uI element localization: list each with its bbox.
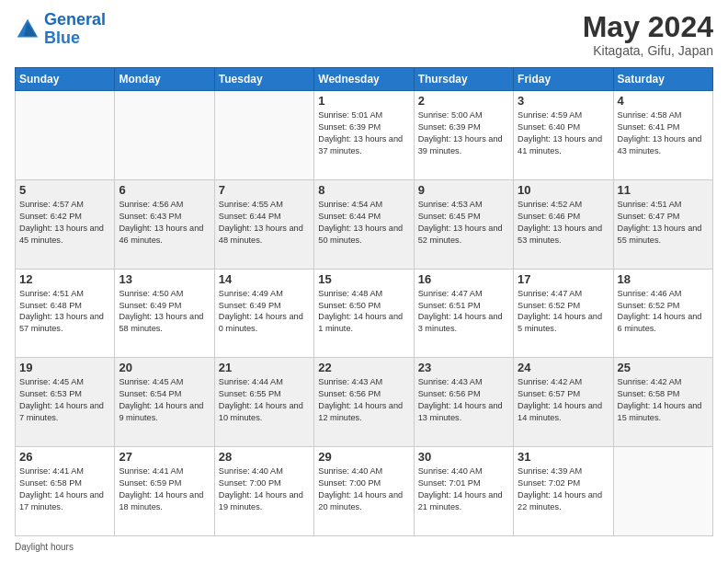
day-info: Sunrise: 4:41 AM Sunset: 6:58 PM Dayligh… [19, 465, 110, 513]
subtitle: Kitagata, Gifu, Japan [583, 43, 713, 58]
calendar-cell [16, 91, 115, 180]
calendar-cell: 6Sunrise: 4:56 AM Sunset: 6:43 PM Daylig… [115, 179, 214, 269]
day-number: 31 [518, 450, 609, 464]
calendar-header-sunday: Sunday [16, 68, 115, 91]
day-number: 4 [618, 94, 709, 108]
day-number: 28 [219, 450, 310, 464]
calendar-cell: 17Sunrise: 4:47 AM Sunset: 6:52 PM Dayli… [514, 269, 613, 358]
day-info: Sunrise: 4:56 AM Sunset: 6:43 PM Dayligh… [119, 199, 210, 247]
day-number: 19 [19, 361, 110, 374]
calendar-cell: 28Sunrise: 4:40 AM Sunset: 7:00 PM Dayli… [214, 447, 313, 536]
day-info: Sunrise: 4:40 AM Sunset: 7:00 PM Dayligh… [318, 465, 409, 513]
calendar-cell: 11Sunrise: 4:51 AM Sunset: 6:47 PM Dayli… [613, 179, 712, 269]
day-number: 11 [618, 183, 709, 197]
day-number: 25 [618, 361, 709, 374]
day-info: Sunrise: 4:43 AM Sunset: 6:56 PM Dayligh… [418, 376, 509, 424]
calendar-week-3: 12Sunrise: 4:51 AM Sunset: 6:48 PM Dayli… [16, 269, 713, 358]
day-number: 29 [318, 450, 409, 464]
calendar-cell: 8Sunrise: 4:54 AM Sunset: 6:44 PM Daylig… [314, 179, 414, 269]
day-info: Sunrise: 4:51 AM Sunset: 6:48 PM Dayligh… [19, 288, 110, 336]
day-info: Sunrise: 5:01 AM Sunset: 6:39 PM Dayligh… [318, 109, 409, 157]
day-number: 15 [318, 272, 409, 286]
day-info: Sunrise: 4:40 AM Sunset: 7:01 PM Dayligh… [418, 465, 509, 513]
day-info: Sunrise: 4:51 AM Sunset: 6:47 PM Dayligh… [618, 199, 709, 247]
day-number: 2 [418, 94, 509, 108]
day-number: 27 [119, 450, 210, 464]
calendar-week-5: 26Sunrise: 4:41 AM Sunset: 6:58 PM Dayli… [16, 447, 713, 536]
day-number: 16 [418, 272, 509, 286]
calendar-cell [115, 91, 214, 180]
calendar-cell: 16Sunrise: 4:47 AM Sunset: 6:51 PM Dayli… [414, 269, 513, 358]
day-info: Sunrise: 4:49 AM Sunset: 6:49 PM Dayligh… [219, 288, 310, 336]
calendar-header-row: SundayMondayTuesdayWednesdayThursdayFrid… [16, 68, 713, 91]
logo-icon [15, 17, 40, 42]
day-number: 17 [518, 272, 609, 286]
calendar-table: SundayMondayTuesdayWednesdayThursdayFrid… [15, 67, 713, 536]
calendar-cell: 5Sunrise: 4:57 AM Sunset: 6:42 PM Daylig… [16, 179, 115, 269]
day-number: 1 [318, 94, 409, 108]
day-number: 23 [418, 361, 509, 374]
calendar-header-monday: Monday [115, 68, 214, 91]
calendar-cell: 7Sunrise: 4:55 AM Sunset: 6:44 PM Daylig… [214, 179, 313, 269]
day-info: Sunrise: 4:42 AM Sunset: 6:57 PM Dayligh… [518, 376, 609, 424]
calendar-cell: 30Sunrise: 4:40 AM Sunset: 7:01 PM Dayli… [414, 447, 513, 536]
calendar-header-saturday: Saturday [613, 68, 712, 91]
calendar-cell: 24Sunrise: 4:42 AM Sunset: 6:57 PM Dayli… [514, 358, 613, 447]
logo: General Blue [15, 11, 106, 48]
day-number: 26 [19, 450, 110, 464]
day-number: 24 [518, 361, 609, 374]
day-info: Sunrise: 4:41 AM Sunset: 6:59 PM Dayligh… [119, 465, 210, 513]
day-info: Sunrise: 4:45 AM Sunset: 6:54 PM Dayligh… [119, 376, 210, 424]
logo-text: General Blue [44, 11, 106, 48]
calendar-cell [214, 91, 313, 180]
day-number: 8 [318, 183, 409, 197]
day-number: 9 [418, 183, 509, 197]
calendar-header-friday: Friday [514, 68, 613, 91]
logo-general: General [44, 10, 106, 29]
main-title: May 2024 [583, 11, 713, 43]
day-number: 5 [19, 183, 110, 197]
calendar-cell: 21Sunrise: 4:44 AM Sunset: 6:55 PM Dayli… [214, 358, 313, 447]
day-info: Sunrise: 4:55 AM Sunset: 6:44 PM Dayligh… [219, 199, 310, 247]
day-info: Sunrise: 4:45 AM Sunset: 6:53 PM Dayligh… [19, 376, 110, 424]
calendar-cell: 20Sunrise: 4:45 AM Sunset: 6:54 PM Dayli… [115, 358, 214, 447]
calendar-cell: 27Sunrise: 4:41 AM Sunset: 6:59 PM Dayli… [115, 447, 214, 536]
calendar-week-4: 19Sunrise: 4:45 AM Sunset: 6:53 PM Dayli… [16, 358, 713, 447]
calendar-cell [613, 447, 712, 536]
day-number: 22 [318, 361, 409, 374]
calendar-cell: 26Sunrise: 4:41 AM Sunset: 6:58 PM Dayli… [16, 447, 115, 536]
calendar-cell: 23Sunrise: 4:43 AM Sunset: 6:56 PM Dayli… [414, 358, 513, 447]
day-number: 7 [219, 183, 310, 197]
calendar-cell: 19Sunrise: 4:45 AM Sunset: 6:53 PM Dayli… [16, 358, 115, 447]
day-info: Sunrise: 4:48 AM Sunset: 6:50 PM Dayligh… [318, 288, 409, 336]
day-number: 3 [518, 94, 609, 108]
calendar-cell: 12Sunrise: 4:51 AM Sunset: 6:48 PM Dayli… [16, 269, 115, 358]
day-info: Sunrise: 4:47 AM Sunset: 6:51 PM Dayligh… [418, 288, 509, 336]
day-info: Sunrise: 4:57 AM Sunset: 6:42 PM Dayligh… [19, 199, 110, 247]
title-block: May 2024 Kitagata, Gifu, Japan [583, 11, 713, 58]
day-number: 30 [418, 450, 509, 464]
page: General Blue May 2024 Kitagata, Gifu, Ja… [0, 0, 728, 563]
footer-label: Daylight hours [15, 542, 74, 552]
day-info: Sunrise: 4:50 AM Sunset: 6:49 PM Dayligh… [119, 288, 210, 336]
day-info: Sunrise: 4:43 AM Sunset: 6:56 PM Dayligh… [318, 376, 409, 424]
calendar-week-2: 5Sunrise: 4:57 AM Sunset: 6:42 PM Daylig… [16, 179, 713, 269]
day-number: 21 [219, 361, 310, 374]
day-info: Sunrise: 4:40 AM Sunset: 7:00 PM Dayligh… [219, 465, 310, 513]
day-info: Sunrise: 4:58 AM Sunset: 6:41 PM Dayligh… [618, 109, 709, 157]
calendar-cell: 1Sunrise: 5:01 AM Sunset: 6:39 PM Daylig… [314, 91, 414, 180]
day-info: Sunrise: 4:52 AM Sunset: 6:46 PM Dayligh… [518, 199, 609, 247]
calendar-cell: 22Sunrise: 4:43 AM Sunset: 6:56 PM Dayli… [314, 358, 414, 447]
calendar-cell: 9Sunrise: 4:53 AM Sunset: 6:45 PM Daylig… [414, 179, 513, 269]
logo-blue: Blue [44, 29, 80, 47]
footer: Daylight hours [15, 542, 713, 552]
day-info: Sunrise: 4:47 AM Sunset: 6:52 PM Dayligh… [518, 288, 609, 336]
calendar-header-tuesday: Tuesday [214, 68, 313, 91]
calendar-cell: 31Sunrise: 4:39 AM Sunset: 7:02 PM Dayli… [514, 447, 613, 536]
day-info: Sunrise: 4:53 AM Sunset: 6:45 PM Dayligh… [418, 199, 509, 247]
calendar-cell: 18Sunrise: 4:46 AM Sunset: 6:52 PM Dayli… [613, 269, 712, 358]
day-info: Sunrise: 4:54 AM Sunset: 6:44 PM Dayligh… [318, 199, 409, 247]
day-number: 18 [618, 272, 709, 286]
day-number: 13 [119, 272, 210, 286]
calendar-cell: 14Sunrise: 4:49 AM Sunset: 6:49 PM Dayli… [214, 269, 313, 358]
